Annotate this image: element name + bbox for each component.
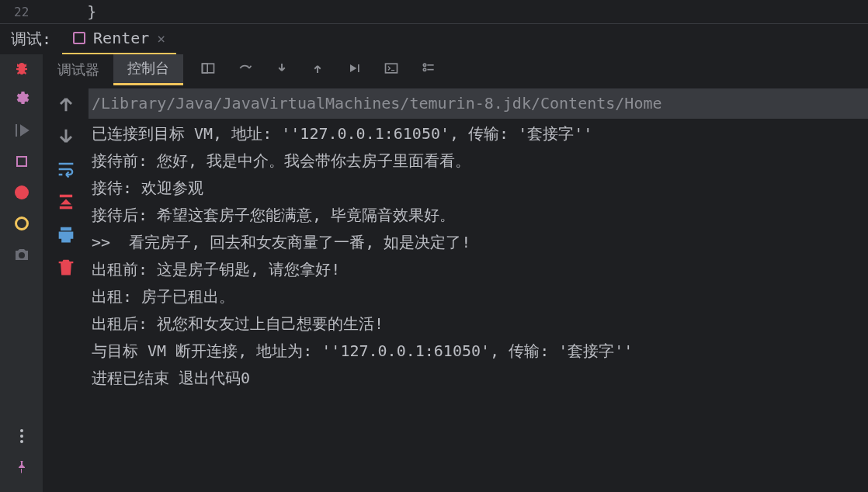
trace-icon[interactable]: [421, 61, 436, 79]
svg-point-3: [423, 64, 425, 66]
bug-icon[interactable]: [12, 59, 31, 78]
debug-header: 调试: Renter ×: [0, 23, 868, 54]
left-toolbar: [0, 54, 43, 492]
line-number: 22: [14, 5, 29, 19]
mute-breakpoint-icon[interactable]: [12, 214, 31, 233]
console-line: 出租前: 这是房子钥匙, 请您拿好!: [89, 256, 868, 283]
step-over-icon[interactable]: [238, 61, 253, 79]
evaluate-icon[interactable]: [384, 61, 399, 79]
code-brace: }: [87, 2, 96, 21]
gear-icon[interactable]: [12, 90, 31, 109]
console-line: 接待前: 您好, 我是中介。我会带你去房子里面看看。: [89, 147, 868, 175]
sub-tabs: 调试器 控制台: [43, 54, 868, 85]
svg-point-4: [423, 68, 425, 71]
pin-icon[interactable]: [12, 458, 31, 476]
console-line: 出租: 房子已租出。: [89, 283, 868, 310]
close-icon[interactable]: ×: [157, 30, 165, 47]
step-into-icon[interactable]: [275, 61, 289, 78]
run-to-cursor-icon[interactable]: [346, 61, 362, 79]
console-output[interactable]: /Library/Java/JavaVirtualMachines/temuri…: [89, 85, 868, 492]
soft-wrap-icon[interactable]: [55, 158, 77, 180]
layout-icon[interactable]: [200, 61, 216, 79]
svg-rect-5: [60, 206, 72, 210]
console-path: /Library/Java/JavaVirtualMachines/temuri…: [89, 88, 868, 119]
tab-debugger[interactable]: 调试器: [43, 54, 113, 85]
console-line: 与目标 VM 断开连接, 地址为: ''127.0.0.1:61050', 传输…: [89, 338, 868, 365]
scroll-to-end-icon[interactable]: [55, 191, 77, 213]
scroll-up-icon[interactable]: [55, 93, 77, 115]
resume-icon[interactable]: [12, 121, 31, 140]
console-line: 接待: 欢迎参观: [89, 175, 868, 202]
run-config-icon: [73, 32, 85, 44]
editor-gutter: 22 }: [0, 0, 868, 23]
debug-label: 调试:: [0, 29, 62, 50]
camera-icon[interactable]: [12, 245, 31, 264]
stop-icon[interactable]: [12, 152, 31, 171]
console-line: 进程已结束 退出代码0: [89, 365, 868, 392]
debug-tab-label: Renter: [93, 29, 149, 47]
more-icon[interactable]: [12, 427, 31, 445]
svg-rect-1: [203, 64, 208, 73]
print-icon[interactable]: [55, 223, 77, 245]
debug-tab-renter[interactable]: Renter ×: [62, 24, 176, 55]
scroll-down-icon[interactable]: [55, 126, 77, 147]
breakpoint-icon[interactable]: [12, 183, 31, 202]
clear-icon[interactable]: [55, 256, 77, 278]
console-toolbar: [43, 85, 89, 492]
console-line: >> 看完房子, 回去和女友商量了一番, 如是决定了!: [89, 229, 868, 256]
tab-console[interactable]: 控制台: [113, 54, 183, 85]
svg-rect-2: [386, 64, 398, 73]
console-line: 出租后: 祝您和女友过上自己想要的生活!: [89, 310, 868, 338]
console-line: 接待后: 希望这套房子您能满意, 毕竟隔音效果好。: [89, 202, 868, 229]
console-line: 已连接到目标 VM, 地址: ''127.0.0.1:61050', 传输: '…: [89, 120, 868, 147]
step-out-icon[interactable]: [311, 61, 325, 78]
